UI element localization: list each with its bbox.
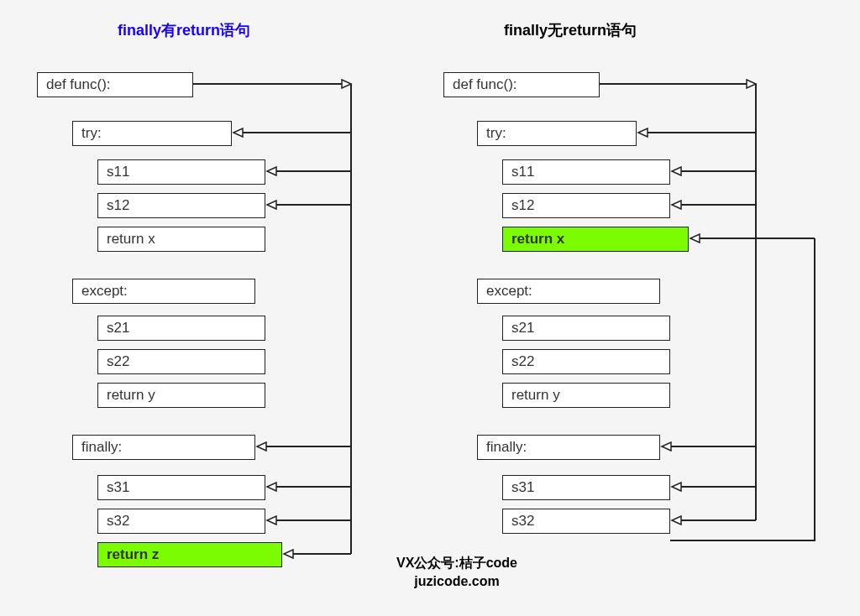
left-returny-box: return y xyxy=(97,383,265,408)
credit-block: VX公众号:桔子code juzicode.com xyxy=(356,554,558,592)
left-s31-box: s31 xyxy=(97,475,265,500)
left-s11-box: s11 xyxy=(97,159,265,185)
left-try-box: try: xyxy=(72,121,232,146)
right-returny-box: return y xyxy=(502,383,670,408)
credit-line1: VX公众号:桔子code xyxy=(356,554,558,572)
right-try-box: try: xyxy=(477,121,637,146)
credit-line2: juzicode.com xyxy=(356,572,558,591)
left-s32-box: s32 xyxy=(97,509,265,534)
left-s22-box: s22 xyxy=(97,349,265,374)
right-except-box: except: xyxy=(477,279,660,304)
left-returnz-box: return z xyxy=(97,542,282,567)
left-title: finally有return语句 xyxy=(118,20,250,40)
left-s21-box: s21 xyxy=(97,316,265,341)
right-s32-box: s32 xyxy=(502,509,670,534)
right-def-box: def func(): xyxy=(443,72,600,97)
right-s22-box: s22 xyxy=(502,349,670,374)
left-def-box: def func(): xyxy=(37,72,193,97)
right-title: finally无return语句 xyxy=(504,20,637,40)
right-s11-box: s11 xyxy=(502,159,670,185)
left-finally-box: finally: xyxy=(72,435,255,460)
left-except-box: except: xyxy=(72,279,255,304)
right-s31-box: s31 xyxy=(502,475,670,500)
right-s21-box: s21 xyxy=(502,316,670,341)
right-s12-box: s12 xyxy=(502,193,670,218)
right-returnx-box: return x xyxy=(502,227,689,252)
left-s12-box: s12 xyxy=(97,193,265,218)
left-returnx-box: return x xyxy=(97,227,265,252)
right-finally-box: finally: xyxy=(477,435,660,460)
